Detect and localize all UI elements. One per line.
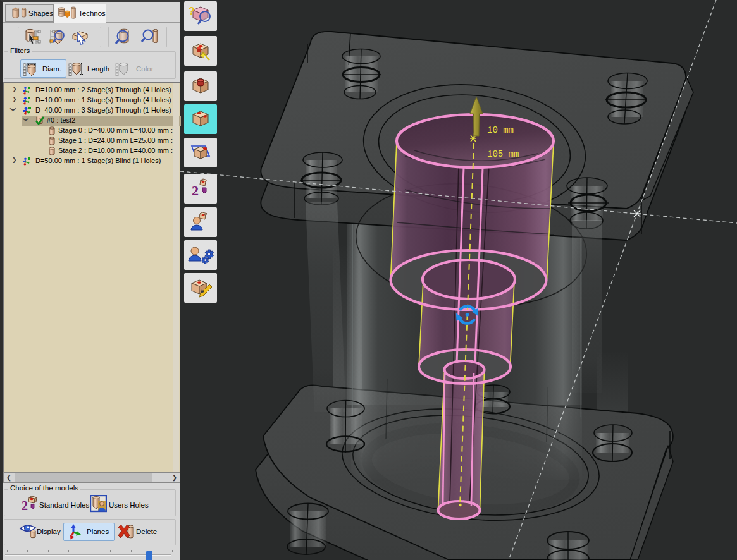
svg-text:2: 2: [192, 183, 199, 198]
svg-text:?: ?: [189, 6, 195, 16]
svg-text:10 mm: 10 mm: [487, 125, 514, 135]
svg-text:2: 2: [22, 499, 28, 513]
svg-text:105 mm: 105 mm: [487, 149, 519, 159]
